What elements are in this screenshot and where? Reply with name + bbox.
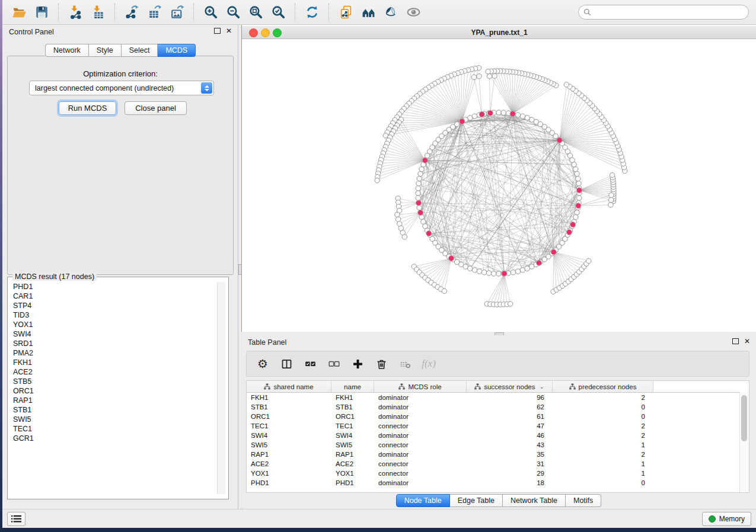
task-history-button[interactable] xyxy=(7,512,25,526)
tab-mcds[interactable]: MCDS xyxy=(158,44,196,57)
zoom-fit-button[interactable] xyxy=(244,3,267,22)
table-cell: YOX1 xyxy=(247,469,331,478)
table-cell: TEC1 xyxy=(331,421,374,431)
table-row[interactable]: PHD1PHD1dominator180 xyxy=(247,478,749,488)
table-cell: 43 xyxy=(467,440,553,450)
table-cell: connector xyxy=(374,459,467,469)
mcds-result-item[interactable]: YOX1 xyxy=(8,320,217,329)
table-row[interactable]: RAP1RAP1dominator352 xyxy=(247,450,749,459)
tab-motifs[interactable]: Motifs xyxy=(566,494,601,507)
import-table-button[interactable] xyxy=(87,3,109,22)
delete-table-icon xyxy=(399,358,412,370)
mcds-tab-content: Optimization criterion: largest connecte… xyxy=(7,56,234,275)
columns-button[interactable] xyxy=(279,356,294,371)
table-scrollbar[interactable] xyxy=(739,392,749,492)
close-panel-icon[interactable]: ✕ xyxy=(226,28,232,34)
table-row[interactable]: SWI5SWI5connector431 xyxy=(247,440,749,450)
network-window-titlebar: YPA_prune.txt_1 xyxy=(242,26,756,39)
import-network-button[interactable] xyxy=(64,3,87,22)
table-row[interactable]: TEC1TEC1connector472 xyxy=(247,421,749,431)
column-header-MCDS-role[interactable]: MCDS role xyxy=(374,381,467,392)
close-table-panel-icon[interactable]: ✕ xyxy=(744,338,750,344)
eye-button[interactable] xyxy=(402,3,425,22)
open-button[interactable] xyxy=(8,3,30,22)
mcds-result-item[interactable]: TID3 xyxy=(8,310,217,320)
mcds-result-item[interactable]: SRD1 xyxy=(8,339,217,348)
toolbar-group xyxy=(295,4,328,21)
tab-node-table[interactable]: Node Table xyxy=(396,494,450,507)
tab-select[interactable]: Select xyxy=(122,44,158,57)
function-icon: f(x) xyxy=(422,358,436,370)
mcds-result-item[interactable]: ACE2 xyxy=(8,367,217,377)
mcds-result-item[interactable]: GCR1 xyxy=(8,434,217,443)
column-header-shared-name[interactable]: shared name xyxy=(247,381,331,392)
mcds-result-list[interactable]: PHD1CAR1STP4TID3YOX1SWI4SRD1PMA2FKH1ACE2… xyxy=(8,282,217,494)
column-header-predecessor-nodes[interactable]: predecessor nodes xyxy=(553,381,653,392)
add-button[interactable] xyxy=(350,356,365,371)
mcds-result-item[interactable]: FKH1 xyxy=(8,358,217,367)
table-cell: 18 xyxy=(467,478,553,488)
tab-network-table[interactable]: Network Table xyxy=(503,494,566,507)
table-cell: 47 xyxy=(467,421,553,431)
memory-button[interactable]: Memory xyxy=(702,512,751,526)
network-graph-canvas[interactable] xyxy=(242,39,756,332)
column-header-name[interactable]: name xyxy=(331,381,374,392)
tab-style[interactable]: Style xyxy=(89,44,122,57)
mcds-result-item[interactable]: PHD1 xyxy=(8,282,217,291)
run-mcds-button[interactable]: Run MCDS xyxy=(59,101,116,115)
save-button[interactable] xyxy=(30,3,53,22)
select-all-button[interactable] xyxy=(302,356,318,371)
dropdown-stepper-icon xyxy=(201,82,212,94)
float-table-panel-icon[interactable] xyxy=(732,338,739,344)
function-button: f(x) xyxy=(421,356,436,371)
network-graph[interactable] xyxy=(242,39,756,332)
table-cell: 1 xyxy=(553,469,653,478)
export-image-button[interactable] xyxy=(165,3,188,22)
export-table-button[interactable] xyxy=(143,3,165,22)
criterion-dropdown[interactable]: largest connected component (undirected) xyxy=(29,81,214,95)
vizmapper-button[interactable] xyxy=(379,3,402,22)
table-cell: 1 xyxy=(553,440,653,450)
clone-network-button[interactable] xyxy=(334,3,357,22)
mcds-result-item[interactable]: SWI5 xyxy=(8,415,217,424)
import-table-icon xyxy=(91,5,106,20)
table-row[interactable]: FKH1FKH1dominator962 xyxy=(247,393,749,402)
refresh-button[interactable] xyxy=(301,3,323,22)
mcds-result-item[interactable]: STB5 xyxy=(8,377,217,386)
table-row[interactable]: ORC1ORC1dominator610 xyxy=(247,412,749,421)
mcds-result-item[interactable]: TEC1 xyxy=(8,424,217,434)
zoom-in-button[interactable] xyxy=(199,3,222,22)
trash-button[interactable] xyxy=(374,356,389,371)
tab-network[interactable]: Network xyxy=(45,44,89,57)
table-cell: connector xyxy=(374,421,467,431)
mcds-result-item[interactable]: CAR1 xyxy=(8,291,217,301)
float-panel-icon[interactable] xyxy=(214,28,221,34)
deselect-all-button[interactable] xyxy=(326,356,342,371)
mcds-result-item[interactable]: STP4 xyxy=(8,301,217,310)
save-icon xyxy=(34,5,49,20)
table-scrollbar-thumb[interactable] xyxy=(741,395,747,441)
search-input[interactable] xyxy=(594,8,744,17)
mcds-result-item[interactable]: STB1 xyxy=(8,405,217,415)
mcds-result-item[interactable]: ORC1 xyxy=(8,386,217,396)
mcds-result-item[interactable]: SWI4 xyxy=(8,329,217,339)
gear-button[interactable]: ⚙ xyxy=(255,356,270,371)
column-header-filler xyxy=(653,381,749,392)
table-row[interactable]: STB1STB1dominator620 xyxy=(247,402,749,412)
table-row[interactable]: ACE2ACE2connector311 xyxy=(247,459,749,469)
export-network-button[interactable] xyxy=(120,3,143,22)
binoculars-button[interactable] xyxy=(357,3,379,22)
mcds-result-item[interactable]: PMA2 xyxy=(8,348,217,358)
mcds-result-item[interactable]: RAP1 xyxy=(8,396,217,405)
memory-status-icon xyxy=(709,515,716,523)
tab-edge-table[interactable]: Edge Table xyxy=(450,494,503,507)
column-header-successor-nodes[interactable]: successor nodes⌄ xyxy=(467,381,553,392)
table-row[interactable]: YOX1YOX1connector291 xyxy=(247,469,749,478)
close-panel-button[interactable]: Close panel xyxy=(125,101,187,115)
mcds-list-scrollbar[interactable] xyxy=(217,282,225,494)
zoom-selected-button[interactable] xyxy=(267,3,289,22)
table-row[interactable]: SWI4SWI4dominator462 xyxy=(247,431,749,440)
search-box[interactable] xyxy=(578,5,749,20)
zoom-out-button[interactable] xyxy=(222,3,244,22)
table-cell: dominator xyxy=(374,478,467,488)
